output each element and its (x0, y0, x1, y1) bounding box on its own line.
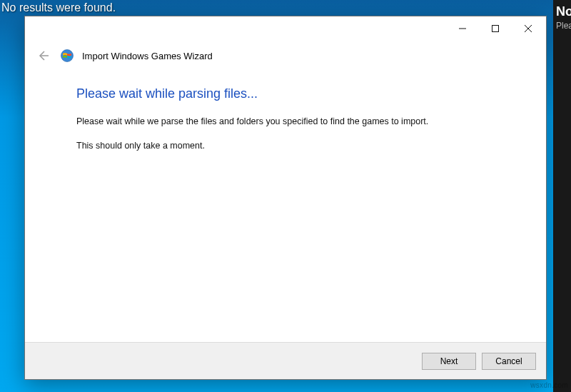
maximize-button[interactable] (479, 18, 512, 39)
side-dark-panel: No Plea (553, 0, 571, 392)
maximize-icon (492, 25, 499, 32)
close-button[interactable] (512, 18, 545, 39)
side-panel-subtext: Plea (553, 19, 571, 32)
wizard-header: Import Windows Games Wizard (25, 41, 546, 71)
cancel-button[interactable]: Cancel (482, 353, 536, 370)
window-titlebar (25, 16, 546, 41)
svg-point-5 (61, 50, 74, 62)
minimize-icon (459, 25, 466, 32)
side-panel-title: No (553, 0, 571, 19)
next-button[interactable]: Next (422, 353, 476, 370)
body-line-2: This should only take a moment. (76, 140, 515, 153)
svg-rect-1 (492, 26, 499, 32)
window-title: Import Windows Games Wizard (82, 51, 213, 61)
close-icon (525, 25, 532, 32)
back-arrow-icon (36, 49, 50, 63)
wizard-content: Please wait while parsing files... Pleas… (25, 71, 546, 342)
minimize-button[interactable] (446, 18, 479, 39)
search-status-text: No results were found. (0, 1, 116, 14)
watermark-text: wsxdn.com (530, 381, 568, 389)
back-button[interactable] (34, 46, 52, 65)
page-heading: Please wait while parsing files... (76, 86, 515, 101)
wizard-dialog: Import Windows Games Wizard Please wait … (24, 16, 547, 380)
wizard-footer: Next Cancel (25, 342, 546, 379)
body-line-1: Please wait while we parse the files and… (76, 116, 515, 129)
windows-logo-icon (61, 49, 74, 62)
